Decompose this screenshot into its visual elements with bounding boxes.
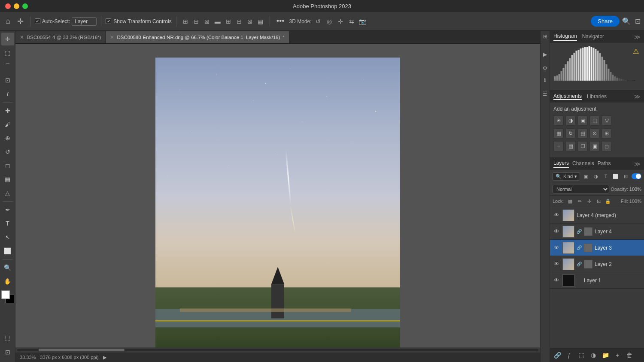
new-group-icon[interactable]: 📁 xyxy=(601,350,610,360)
align-bottom-icon[interactable]: ⊠ xyxy=(245,17,255,26)
3d-orbit-icon[interactable]: ◎ xyxy=(325,17,334,26)
black-white-icon[interactable]: ▤ xyxy=(577,128,588,139)
filter-smart-object-icon[interactable]: ⊡ xyxy=(621,172,630,181)
3d-slide-icon[interactable]: ⇆ xyxy=(347,17,356,26)
tab-1[interactable]: ✕ DSC00554-4 @ 33.3% (RGB/16*) xyxy=(15,31,106,43)
photo-filter-icon[interactable]: ⊙ xyxy=(589,128,600,139)
align-center-v-icon[interactable]: ⊟ xyxy=(191,17,201,26)
more-options-button[interactable]: ••• xyxy=(274,15,287,27)
selection-tools[interactable]: ⬚ xyxy=(1,46,14,59)
share-button[interactable]: Share xyxy=(591,16,620,27)
adjustments-collapse-icon[interactable]: ≫ xyxy=(634,93,641,100)
tab-libraries[interactable]: Libraries xyxy=(587,94,607,100)
threshold-icon[interactable]: ▣ xyxy=(589,141,600,151)
layer-filter-toggle[interactable] xyxy=(632,173,641,179)
vibrance-icon[interactable]: ▽ xyxy=(601,115,612,126)
align-left-icon[interactable]: ⊞ xyxy=(181,17,190,26)
tab-adjustments[interactable]: Adjustments xyxy=(553,93,582,100)
color-lookup-icon[interactable]: ▫ xyxy=(553,141,564,151)
align-right-icon[interactable]: ⊠ xyxy=(202,17,212,26)
invert-icon[interactable]: ▤ xyxy=(565,141,576,151)
panel-options-icon[interactable]: ⊞ xyxy=(541,33,549,40)
3d-pan-icon[interactable]: ✛ xyxy=(336,17,345,26)
lock-pixels-icon[interactable]: ▦ xyxy=(566,197,574,205)
heal-tool[interactable]: ✚ xyxy=(1,104,14,117)
hand-tool[interactable]: ✋ xyxy=(1,275,14,288)
status-arrow-icon[interactable]: ▶ xyxy=(103,355,106,360)
adjustment-layer-icon[interactable]: ◑ xyxy=(589,350,598,360)
search-icon[interactable]: 🔍 xyxy=(622,17,631,25)
layer-mask-thumb-3[interactable] xyxy=(584,244,592,252)
color-swatches[interactable] xyxy=(1,290,14,303)
zoom-tool[interactable]: 🔍 xyxy=(1,261,14,274)
layer-visibility-4merged[interactable]: 👁 xyxy=(553,211,560,219)
exposure-icon[interactable]: ⬚ xyxy=(589,115,600,126)
canvas-image[interactable] xyxy=(155,57,400,347)
path-selection[interactable]: ↖ xyxy=(1,231,14,244)
layer-item-3[interactable]: 👁 🔗 Layer 3 xyxy=(550,240,644,256)
tab-navigator[interactable]: Navigator xyxy=(582,33,604,40)
blend-mode-dropdown[interactable]: Normal Multiply Screen Overlay xyxy=(553,185,609,193)
foreground-color-swatch[interactable] xyxy=(1,290,10,299)
minimize-button[interactable] xyxy=(14,3,19,9)
tab-paths[interactable]: Paths xyxy=(598,160,611,167)
clone-tool[interactable]: ⊕ xyxy=(1,132,14,145)
curves-icon[interactable]: ▣ xyxy=(577,115,588,126)
brush-tool[interactable]: 🖌 xyxy=(1,118,14,131)
tab-histogram[interactable]: Histogram xyxy=(553,33,577,41)
eraser-tool[interactable]: ◻ xyxy=(1,159,14,172)
layer-item-4[interactable]: 👁 🔗 Layer 4 xyxy=(550,223,644,240)
blur-tool[interactable]: △ xyxy=(1,187,14,199)
pen-tool[interactable]: ✒ xyxy=(1,203,14,216)
screen-mode-button[interactable]: ⊡ xyxy=(1,346,14,359)
3d-camera-icon[interactable]: 📷 xyxy=(358,17,368,26)
auto-select-checkbox[interactable] xyxy=(35,18,40,24)
lock-all-icon[interactable]: 🔒 xyxy=(604,197,612,205)
maximize-button[interactable] xyxy=(22,3,28,9)
crop-tool[interactable]: ⊡ xyxy=(1,74,14,87)
layer-visibility-2[interactable]: 👁 xyxy=(553,260,560,268)
histogram-collapse-icon[interactable]: ≫ xyxy=(634,33,641,40)
gradient-tool[interactable]: ▦ xyxy=(1,173,14,186)
layers-collapse-icon[interactable]: ≫ xyxy=(634,160,641,167)
align-distribute-icon[interactable]: ▤ xyxy=(256,17,265,26)
libraries-side-icon[interactable]: ☰ xyxy=(541,90,549,98)
kind-filter-dropdown[interactable]: 🔍 Kind ▾ xyxy=(553,172,580,181)
layer-item-4merged[interactable]: 👁 Layer 4 (merged) xyxy=(550,207,644,223)
brightness-contrast-icon[interactable]: ☀ xyxy=(553,115,564,126)
lock-position-icon[interactable]: ✛ xyxy=(585,197,593,205)
show-transform-checkbox[interactable] xyxy=(106,18,111,24)
history-brush[interactable]: ↺ xyxy=(1,145,14,158)
add-style-icon[interactable]: ƒ xyxy=(565,350,574,360)
align-center-h-icon[interactable]: ▬ xyxy=(213,17,222,26)
gradient-map-icon[interactable]: ◻ xyxy=(601,141,612,151)
opacity-value[interactable]: 100% xyxy=(629,187,641,192)
type-tool[interactable]: T xyxy=(1,217,14,230)
traffic-lights[interactable] xyxy=(5,3,28,9)
close-button[interactable] xyxy=(5,3,11,9)
hue-saturation-icon[interactable]: ▦ xyxy=(553,128,564,139)
align-top-icon[interactable]: ⊞ xyxy=(224,17,233,26)
tab-1-close-icon[interactable]: ✕ xyxy=(20,34,24,40)
filter-pixel-icon[interactable]: ▣ xyxy=(582,172,590,181)
move-tool-button[interactable]: ✛ xyxy=(15,15,26,27)
tab-layers[interactable]: Layers xyxy=(553,160,569,168)
shape-tool[interactable]: ⬜ xyxy=(1,244,14,257)
channel-mixer-icon[interactable]: ⊞ xyxy=(601,128,612,139)
eyedropper-tool[interactable]: 𝒊 xyxy=(1,87,14,100)
adjustments-side-icon[interactable]: ⚙ xyxy=(541,64,549,72)
3d-rotate-icon[interactable]: ↺ xyxy=(313,17,323,26)
layer-visibility-1[interactable]: 👁 xyxy=(553,277,560,284)
horizontal-scrollbar[interactable] xyxy=(15,347,540,353)
levels-icon[interactable]: ◑ xyxy=(565,115,576,126)
home-button[interactable]: ⌂ xyxy=(3,15,12,27)
link-layers-icon[interactable]: 🔗 xyxy=(553,350,562,360)
tab-2-close-icon[interactable]: ✕ xyxy=(110,34,114,40)
align-middle-icon[interactable]: ⊟ xyxy=(234,17,244,26)
layer-item-2[interactable]: 👁 🔗 Layer 2 xyxy=(550,256,644,272)
quick-mask-button[interactable]: ⬚ xyxy=(1,331,14,344)
new-layer-icon[interactable]: + xyxy=(613,350,622,360)
scrollbar-thumb[interactable] xyxy=(39,349,125,351)
layer-visibility-4[interactable]: 👁 xyxy=(553,228,560,235)
play-icon[interactable]: ▶ xyxy=(541,51,549,58)
